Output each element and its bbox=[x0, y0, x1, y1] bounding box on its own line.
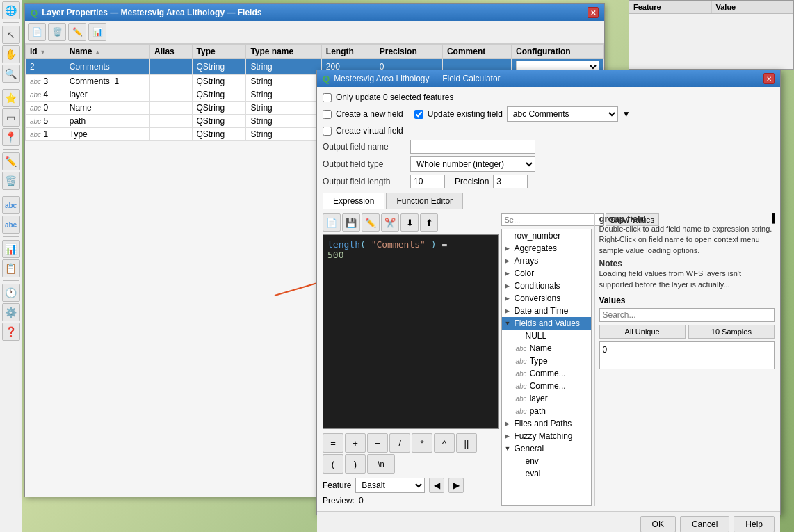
tree-item-color[interactable]: ▶ Color bbox=[502, 267, 591, 280]
tree-item-fuzzy[interactable]: ▶ Fuzzy Matching bbox=[502, 430, 591, 442]
expr-btn-up[interactable]: ⬆ bbox=[420, 213, 438, 232]
tree-item-comme1[interactable]: abc Comme... bbox=[502, 367, 591, 380]
func-search-input[interactable] bbox=[501, 213, 604, 226]
samples-btn[interactable]: 10 Samples bbox=[688, 325, 775, 339]
info-panel-scrollbar[interactable]: ▐ bbox=[769, 213, 775, 223]
toolbar-btn-globe[interactable]: 🌐 bbox=[2, 1, 20, 19]
toolbar-btn-edit[interactable]: ✏️ bbox=[2, 152, 20, 170]
tree-item-fields-values[interactable]: ▼ Fields and Values bbox=[502, 317, 591, 330]
create-virtual-checkbox[interactable] bbox=[323, 127, 332, 136]
toolbar-btn-gear[interactable]: ⚙️ bbox=[2, 303, 20, 321]
op-equals[interactable]: = bbox=[323, 433, 343, 453]
tree-item-arrays[interactable]: ▶ Arrays bbox=[502, 255, 591, 267]
layer-toolbar-btn-delete[interactable]: 🗑️ bbox=[48, 23, 66, 41]
col-config[interactable]: Configuration bbox=[512, 45, 604, 59]
values-btns: All Unique 10 Samples bbox=[599, 325, 775, 339]
expr-text-area[interactable]: length( "Comments" ) = 500 bbox=[323, 234, 499, 429]
toolbar-btn-chart[interactable]: 📊 bbox=[2, 240, 20, 258]
help-btn[interactable]: Help bbox=[734, 516, 775, 532]
op-newline[interactable]: \n bbox=[367, 454, 395, 474]
tree-item-type[interactable]: abc Type bbox=[502, 355, 591, 367]
col-length[interactable]: Length bbox=[321, 45, 375, 59]
tree-item-datetime[interactable]: ▶ Date and Time bbox=[502, 305, 591, 317]
feature-select[interactable]: Basalt bbox=[355, 478, 425, 493]
toolbar-btn-abc[interactable]: abc bbox=[2, 196, 20, 214]
op-multiply[interactable]: * bbox=[412, 433, 432, 453]
dialog-close-btn[interactable]: ✕ bbox=[763, 73, 775, 84]
left-toolbar: 🌐 ↖ ✋ 🔍 ⭐ ▭ 📍 ✏️ 🗑️ abc abc 📊 📋 🕐 ⚙️ ❓ bbox=[0, 0, 22, 532]
tab-expression[interactable]: Expression bbox=[323, 193, 384, 209]
tree-item-env[interactable]: env bbox=[502, 455, 591, 467]
ok-btn[interactable]: OK bbox=[640, 516, 676, 532]
all-unique-btn[interactable]: All Unique bbox=[599, 325, 686, 339]
tab-function-editor[interactable]: Function Editor bbox=[386, 193, 463, 209]
tree-item-comme2[interactable]: abc Comme... bbox=[502, 380, 591, 392]
update-existing-checkbox[interactable] bbox=[414, 110, 423, 119]
layer-props-close-btn[interactable]: ✕ bbox=[588, 7, 599, 18]
tree-item-aggregates[interactable]: ▶ Aggregates bbox=[502, 242, 591, 255]
output-name-input[interactable] bbox=[410, 140, 535, 154]
toolbar-btn-zoom[interactable]: 🔍 bbox=[2, 65, 20, 83]
col-name[interactable]: Name ▲ bbox=[65, 45, 149, 59]
col-precision[interactable]: Precision bbox=[375, 45, 442, 59]
precision-input[interactable] bbox=[493, 175, 528, 188]
col-comment[interactable]: Comment bbox=[442, 45, 511, 59]
tree-item-null[interactable]: NULL bbox=[502, 330, 591, 342]
cell-id: abc 5 bbox=[26, 115, 65, 128]
op-minus[interactable]: − bbox=[367, 433, 388, 453]
toolbar-btn-clock[interactable]: 🕐 bbox=[2, 284, 20, 302]
expr-btn-down[interactable]: ⬇ bbox=[400, 213, 419, 232]
create-new-checkbox[interactable] bbox=[323, 110, 332, 119]
op-divide[interactable]: / bbox=[389, 433, 410, 453]
tree-item-name[interactable]: abc Name bbox=[502, 342, 591, 355]
op-plus[interactable]: + bbox=[345, 433, 366, 453]
expr-btn-new[interactable]: 📄 bbox=[323, 213, 341, 232]
update-field-dropdown-arrow[interactable]: ▼ bbox=[622, 109, 631, 119]
only-update-checkbox[interactable] bbox=[323, 93, 332, 102]
expr-btn-cut[interactable]: ✂️ bbox=[381, 213, 399, 232]
tree-item-layer[interactable]: abc layer bbox=[502, 392, 591, 405]
update-field-select[interactable]: abc Comments bbox=[507, 106, 618, 122]
expr-btn-edit[interactable]: ✏️ bbox=[362, 213, 380, 232]
op-close-paren[interactable]: ) bbox=[345, 454, 366, 474]
nav-next-btn[interactable]: ▶ bbox=[448, 478, 464, 493]
dialog-bottom-btns: OK Cancel Help bbox=[317, 511, 780, 532]
tree-item-eval[interactable]: eval bbox=[502, 467, 591, 480]
col-id[interactable]: Id ▼ bbox=[26, 45, 65, 59]
col-typename[interactable]: Type name bbox=[246, 45, 321, 59]
col-type[interactable]: Type bbox=[192, 45, 246, 59]
layer-toolbar-btn-calc[interactable]: 📊 bbox=[88, 23, 106, 41]
output-length-input[interactable] bbox=[410, 175, 445, 188]
toolbar-btn-pointer[interactable]: ↖ bbox=[2, 26, 20, 44]
nav-prev-btn[interactable]: ◀ bbox=[429, 478, 444, 493]
tree-item-row-number[interactable]: row_number bbox=[502, 229, 591, 242]
checkboxes-area: Only update 0 selected features bbox=[323, 92, 775, 102]
tree-item-path[interactable]: abc path bbox=[502, 405, 591, 417]
toolbar-btn-delete[interactable]: 🗑️ bbox=[2, 172, 20, 190]
cell-alias bbox=[150, 128, 192, 141]
tree-item-files-paths[interactable]: ▶ Files and Paths bbox=[502, 417, 591, 430]
values-search-input[interactable] bbox=[599, 308, 775, 322]
op-power[interactable]: ^ bbox=[434, 433, 455, 453]
op-open-paren[interactable]: ( bbox=[323, 454, 343, 474]
layer-toolbar-btn-new[interactable]: 📄 bbox=[28, 23, 46, 41]
output-name-row: Output field name bbox=[323, 140, 775, 154]
col-alias[interactable]: Alias bbox=[150, 45, 192, 59]
output-type-select[interactable]: Whole number (integer) bbox=[410, 156, 535, 172]
toolbar-btn-rect[interactable]: ▭ bbox=[2, 108, 20, 127]
tree-item-conditionals[interactable]: ▶ Conditionals bbox=[502, 280, 591, 292]
toolbar-btn-pan[interactable]: ✋ bbox=[2, 45, 20, 63]
output-type-label: Output field type bbox=[323, 159, 406, 169]
layer-toolbar-btn-edit[interactable]: ✏️ bbox=[68, 23, 86, 41]
expr-btn-save[interactable]: 💾 bbox=[342, 213, 360, 232]
toolbar-btn-star[interactable]: ⭐ bbox=[2, 89, 20, 107]
abc-icon: abc bbox=[516, 357, 527, 365]
toolbar-btn-abc2[interactable]: abc bbox=[2, 216, 20, 234]
tree-item-conversions[interactable]: ▶ Conversions bbox=[502, 292, 591, 305]
op-concat[interactable]: || bbox=[456, 433, 477, 453]
cancel-btn[interactable]: Cancel bbox=[680, 516, 729, 532]
tree-item-general[interactable]: ▼ General bbox=[502, 442, 591, 455]
toolbar-btn-list[interactable]: 📋 bbox=[2, 259, 20, 277]
toolbar-btn-help[interactable]: ❓ bbox=[2, 323, 20, 341]
toolbar-btn-pin[interactable]: 📍 bbox=[2, 128, 20, 146]
